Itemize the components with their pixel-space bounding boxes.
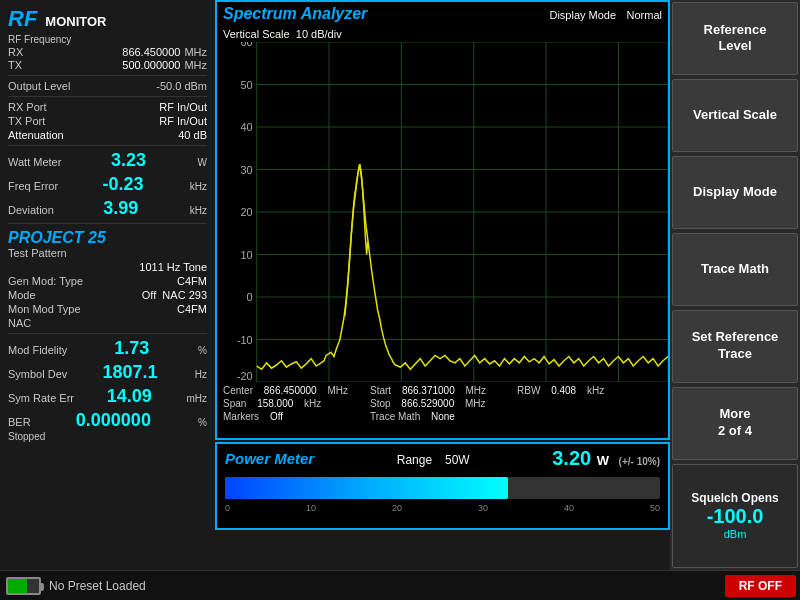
project-title: PROJECT 25 xyxy=(8,229,207,247)
deviation-unit: kHz xyxy=(190,205,207,216)
monitor-label: MONITOR xyxy=(45,14,106,29)
sym-rate-err-unit: mHz xyxy=(186,393,207,404)
tx-port-row: TX Port RF In/Out xyxy=(8,115,207,127)
svg-text:20: 20 xyxy=(241,206,253,218)
spectrum-box: Spectrum Analyzer Display Mode Normal Ve… xyxy=(215,0,670,440)
tx-freq: 500.000000 xyxy=(32,59,180,71)
vertical-scale-label: Vertical Scale 10 dB/div xyxy=(217,26,668,42)
display-mode-button[interactable]: Display Mode xyxy=(672,156,798,229)
svg-text:-10: -10 xyxy=(237,333,253,345)
status-bar: No Preset Loaded RF OFF xyxy=(0,570,800,600)
stop-row: Stop 866.529000 MHz xyxy=(370,398,515,409)
ber-val: 0.000000 xyxy=(76,410,151,431)
mode-row: Mode Off NAC 293 xyxy=(8,289,207,301)
mode-label: Mode xyxy=(8,289,36,301)
mon-mod-val: C4FM xyxy=(177,303,207,315)
output-level-label: Output Level xyxy=(8,80,70,92)
power-bar-bg xyxy=(225,477,660,499)
freq-error-row: Freq Error -0.23 kHz xyxy=(8,174,207,195)
mod-fidelity-row: Mod Fidelity 1.73 % xyxy=(8,338,207,359)
svg-text:40: 40 xyxy=(241,121,253,133)
rf-logo: RF xyxy=(8,6,37,32)
vertical-scale-button[interactable]: Vertical Scale xyxy=(672,79,798,152)
watt-meter-val: 3.23 xyxy=(111,150,146,171)
spectrum-title: Spectrum Analyzer xyxy=(223,5,367,23)
test-pattern-label: Test Pattern xyxy=(8,247,207,259)
gen-mod-val: C4FM xyxy=(177,275,207,287)
rf-off-button[interactable]: RF OFF xyxy=(725,575,796,597)
test-pattern-val-row: 1011 Hz Tone xyxy=(8,261,207,273)
tx-port-label: TX Port xyxy=(8,115,45,127)
watt-meter-unit: W xyxy=(198,157,207,168)
spectrum-svg: 60 50 40 30 20 10 0 -10 -20 xyxy=(217,42,668,382)
ber-label: BER xyxy=(8,416,31,428)
deviation-label: Deviation xyxy=(8,204,54,216)
trace-math-row: Trace Math None xyxy=(370,411,515,422)
nac-standalone: NAC xyxy=(8,317,207,329)
chart-area: 60 50 40 30 20 10 0 -10 -20 xyxy=(217,42,668,382)
sym-rate-err-row: Sym Rate Err 14.09 mHz xyxy=(8,386,207,407)
sym-rate-err-label: Sym Rate Err xyxy=(8,392,74,404)
span-row: Span 158.000 kHz xyxy=(223,398,368,409)
mod-fidelity-val: 1.73 xyxy=(114,338,149,359)
rx-port-label: RX Port xyxy=(8,101,47,113)
spectrum-header: Spectrum Analyzer Display Mode Normal xyxy=(217,2,668,26)
battery-fill xyxy=(8,579,27,593)
rx-row: RX 866.450000 MHz xyxy=(8,46,207,58)
main-area: Spectrum Analyzer Display Mode Normal Ve… xyxy=(215,0,670,570)
battery-icon xyxy=(6,577,41,595)
rf-title-row: RF MONITOR xyxy=(8,6,207,32)
rx-label: RX xyxy=(8,46,32,58)
attenuation-row: Attenuation 40 dB xyxy=(8,129,207,141)
tx-port-val: RF In/Out xyxy=(159,115,207,127)
svg-text:50: 50 xyxy=(241,78,253,90)
start-row: Start 866.371000 MHz xyxy=(370,385,515,396)
watt-meter-row: Watt Meter 3.23 W xyxy=(8,150,207,171)
svg-text:0: 0 xyxy=(247,291,253,303)
power-header: Power Meter Range 50W 3.20 W (+/- 10%) xyxy=(217,444,668,473)
left-panel: RF MONITOR RF Frequency RX 866.450000 MH… xyxy=(0,0,215,570)
squelch-val: -100.0 xyxy=(707,505,764,528)
tx-label: TX xyxy=(8,59,32,71)
power-watt-val: 3.20 W (+/- 10%) xyxy=(552,447,660,470)
squelch-unit: dBm xyxy=(724,528,747,540)
mod-fidelity-label: Mod Fidelity xyxy=(8,344,67,356)
power-bar-fill xyxy=(225,477,508,499)
sym-rate-err-val: 14.09 xyxy=(107,386,152,407)
attenuation-label: Attenuation xyxy=(8,129,64,141)
set-reference-trace-button[interactable]: Set ReferenceTrace xyxy=(672,310,798,383)
rx-port-row: RX Port RF In/Out xyxy=(8,101,207,113)
symbol-dev-label: Symbol Dev xyxy=(8,368,67,380)
markers-row: Markers Off xyxy=(223,411,368,422)
squelch-label: Squelch Opens xyxy=(691,491,778,505)
symbol-dev-unit: Hz xyxy=(195,369,207,380)
more-button[interactable]: More2 of 4 xyxy=(672,387,798,460)
power-box: Power Meter Range 50W 3.20 W (+/- 10%) 0… xyxy=(215,442,670,530)
rx-port-val: RF In/Out xyxy=(159,101,207,113)
trace-math-button[interactable]: Trace Math xyxy=(672,233,798,306)
power-title: Power Meter xyxy=(225,450,314,467)
test-pattern-val: 1011 Hz Tone xyxy=(139,261,207,273)
output-level-row: Output Level -50.0 dBm xyxy=(8,80,207,92)
rf-frequency-label: RF Frequency xyxy=(8,34,207,45)
reference-level-button[interactable]: ReferenceLevel xyxy=(672,2,798,75)
no-preset-text: No Preset Loaded xyxy=(49,579,725,593)
battery-tip xyxy=(40,583,44,591)
svg-text:30: 30 xyxy=(241,163,253,175)
ber-unit: % xyxy=(198,417,207,428)
svg-text:10: 10 xyxy=(241,248,253,260)
tx-row: TX 500.000000 MHz xyxy=(8,59,207,71)
freq-error-label: Freq Error xyxy=(8,180,58,192)
gen-mod-label: Gen Mod: Type xyxy=(8,275,83,287)
ber-status: Stopped xyxy=(8,431,207,442)
tx-unit: MHz xyxy=(184,59,207,71)
watt-meter-label: Watt Meter xyxy=(8,156,61,168)
squelch-opens-button[interactable]: Squelch Opens -100.0 dBm xyxy=(672,464,798,568)
mode-val: Off NAC 293 xyxy=(142,289,207,301)
freq-error-unit: kHz xyxy=(190,181,207,192)
display-mode-label: Display Mode Normal xyxy=(549,5,662,23)
mod-fidelity-unit: % xyxy=(198,345,207,356)
output-level-val: -50.0 dBm xyxy=(156,80,207,92)
rbw-row: RBW 0.408 kHz xyxy=(517,385,662,396)
deviation-val: 3.99 xyxy=(103,198,138,219)
